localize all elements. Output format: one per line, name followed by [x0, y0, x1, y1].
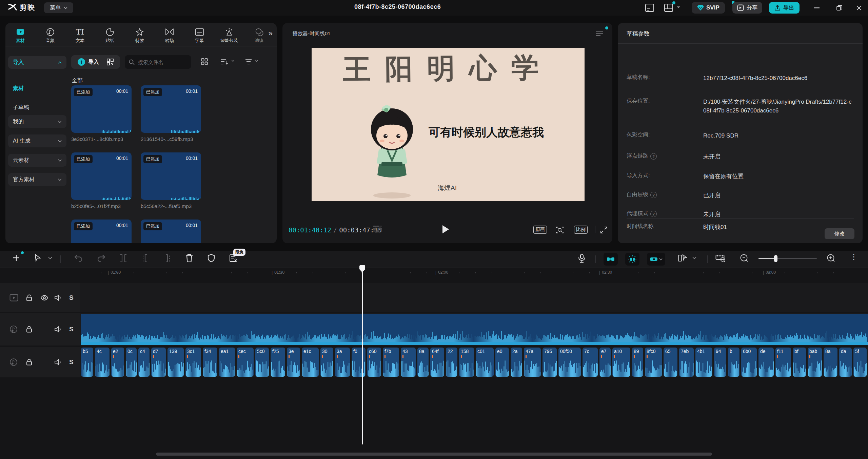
filter-icon[interactable] — [245, 58, 252, 65]
audio-clip[interactable]: 0c — [126, 348, 137, 377]
sidebar-item-AI生成[interactable]: AI 生成 — [8, 134, 66, 147]
more-tabs-icon[interactable]: » — [267, 29, 275, 38]
zoom-slider-knob[interactable] — [774, 255, 777, 262]
audio-clip[interactable]: 94 — [714, 348, 726, 377]
audio-clip[interactable]: 89 — [632, 348, 643, 377]
select-chevron-icon[interactable] — [48, 257, 52, 259]
split-right-icon[interactable] — [163, 254, 171, 263]
audio-clip[interactable]: e2 — [111, 348, 124, 377]
record-mic-icon[interactable] — [578, 254, 586, 263]
grid-view-icon[interactable] — [201, 58, 208, 65]
audio-clip[interactable]: bab — [808, 348, 822, 377]
help-icon[interactable]: ? — [650, 211, 657, 217]
audio-clip[interactable]: ea1 — [219, 348, 235, 377]
audio-clip[interactable]: bf — [793, 348, 806, 377]
audio-clip[interactable]: c4 — [138, 348, 150, 377]
help-icon[interactable]: ? — [650, 153, 657, 160]
export-button[interactable]: 导出 — [769, 2, 800, 14]
snap-toggle[interactable] — [604, 253, 618, 266]
audio-clip[interactable]: 8a — [417, 348, 429, 377]
tab-特效[interactable]: 特效 — [125, 25, 155, 44]
audio-clip[interactable]: 2a — [511, 348, 522, 377]
close-button[interactable] — [853, 2, 865, 14]
ratio-button[interactable]: 比例 — [574, 226, 588, 234]
audio-clip[interactable]: 4c — [95, 348, 110, 377]
audio-clip[interactable]: f11 — [775, 348, 791, 377]
more-options-icon[interactable]: ⋮ — [850, 252, 858, 262]
zoom-in-icon[interactable] — [827, 254, 835, 263]
audio-clip[interactable]: f7b — [383, 348, 399, 377]
audio-clip[interactable]: e0 — [495, 348, 509, 377]
solo-toggle[interactable]: S — [69, 294, 74, 301]
restore-button[interactable] — [833, 2, 845, 14]
audio-clip[interactable]: c01 — [476, 348, 494, 377]
audio-clip[interactable]: 00f50 — [558, 348, 581, 377]
audio-clip[interactable]: 43 — [401, 348, 416, 377]
media-card[interactable]: 已添加00:01 — [141, 220, 201, 243]
horizontal-scrollbar[interactable] — [156, 453, 712, 456]
search-input[interactable] — [137, 59, 183, 65]
layout-chevron-icon[interactable] — [676, 6, 680, 9]
mute-speaker-icon[interactable] — [54, 326, 62, 333]
panel-layout-icon[interactable] — [645, 3, 654, 12]
sidebar-item-云素材[interactable]: 云素材 — [8, 154, 66, 167]
undo-icon[interactable] — [74, 254, 83, 262]
audio-clip[interactable]: da — [839, 348, 852, 377]
video-preview[interactable]: 王阳明心学 可有时候别人故意惹我 海煌AI — [312, 48, 585, 201]
playhead[interactable] — [362, 266, 363, 444]
cursor-split-mode-icon[interactable] — [677, 254, 689, 263]
media-card[interactable]: 已添加00:01 — [141, 152, 201, 200]
audio-clip[interactable]: de — [758, 348, 774, 377]
audio-clip[interactable]: 22 — [446, 348, 457, 377]
tab-文本[interactable]: TI文本 — [65, 25, 95, 44]
media-card[interactable]: 已添加00:01 — [141, 85, 201, 133]
lock-icon[interactable] — [26, 294, 33, 301]
workspace-layout-icon[interactable] — [664, 3, 673, 12]
audio-clip[interactable]: 8a — [824, 348, 837, 377]
sidebar-item-我的[interactable]: 我的 — [8, 115, 66, 128]
audio-clip[interactable]: b — [728, 348, 739, 377]
audio-clip[interactable]: 5f — [853, 348, 867, 377]
audio-clip[interactable]: 3e — [287, 348, 300, 377]
sidebar-item-子草稿[interactable]: 子草稿 — [8, 101, 66, 114]
mask-shield-icon[interactable] — [208, 254, 215, 263]
fit-timeline-icon[interactable] — [715, 254, 726, 263]
media-card[interactable]: 已添加00:01 — [71, 85, 132, 133]
audio-clip[interactable]: 8fc0 — [645, 348, 662, 377]
solo-toggle[interactable]: S — [69, 326, 74, 333]
timeline-ruler[interactable]: |01:00|01:30|02:00|02:30|03:00 — [0, 268, 868, 277]
link-toggle[interactable] — [647, 253, 665, 266]
select-cursor-icon[interactable] — [34, 254, 41, 262]
audio-clip[interactable]: f0 — [352, 348, 366, 377]
svip-button[interactable]: SVIP — [692, 2, 725, 14]
share-button[interactable]: 分享 — [732, 2, 762, 14]
audio-clip[interactable]: 139 — [167, 348, 184, 377]
audio-clip[interactable]: 4b1 — [695, 348, 712, 377]
qr-import-icon[interactable] — [107, 59, 114, 65]
sort-chevron-icon[interactable] — [231, 60, 235, 62]
audio-clip[interactable]: e1c — [302, 348, 319, 377]
audio-clip[interactable]: f34 — [203, 348, 217, 377]
menu-button[interactable]: 菜单 — [44, 2, 73, 13]
audio-clip[interactable]: 3a — [335, 348, 350, 377]
preview-zoom-icon[interactable] — [556, 226, 564, 234]
visibility-eye-icon[interactable] — [40, 295, 48, 301]
redo-icon[interactable] — [97, 254, 106, 262]
zoom-slider[interactable] — [758, 258, 817, 259]
tab-字幕[interactable]: 字幕 — [184, 25, 214, 44]
audio-clip[interactable]: 30 — [320, 348, 333, 377]
zoom-out-icon[interactable] — [740, 254, 749, 263]
audio-clip[interactable]: 7eb — [679, 348, 694, 377]
audio-clip[interactable]: 64f — [430, 348, 444, 377]
sort-view-icon[interactable] — [220, 58, 229, 65]
sidebar-item-素材[interactable]: 素材 — [8, 82, 66, 95]
audio-clip[interactable]: b5 — [81, 348, 93, 377]
media-card[interactable]: 已添加00:01 — [71, 220, 132, 243]
audio-clip[interactable]: c60 — [367, 348, 381, 377]
audio-clip-long[interactable] — [81, 314, 868, 345]
fullscreen-icon[interactable] — [600, 226, 608, 234]
audio-clip[interactable]: d7 — [151, 348, 166, 377]
player-menu-icon[interactable] — [596, 30, 603, 36]
tab-音频[interactable]: 音频 — [35, 25, 65, 44]
tab-贴纸[interactable]: 贴纸 — [95, 25, 125, 44]
